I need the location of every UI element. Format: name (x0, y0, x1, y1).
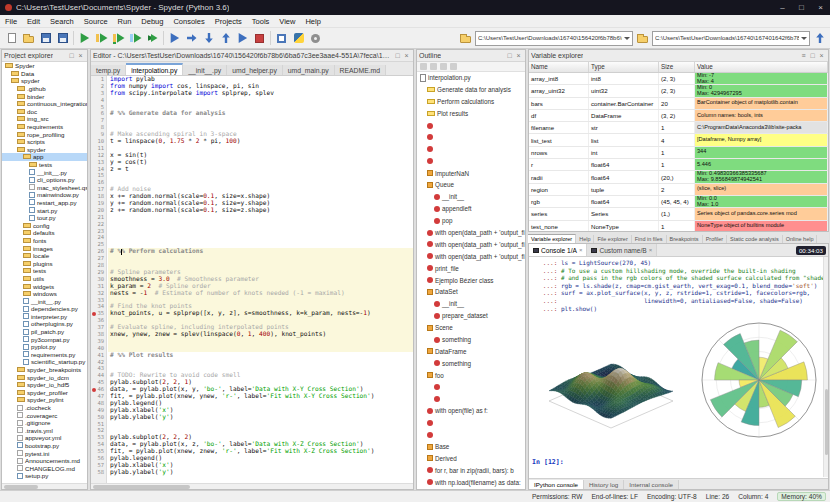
dock-tab-breakpoints[interactable]: Breakpoints (667, 235, 703, 243)
project-tree-item[interactable]: utils (2, 275, 87, 283)
variable-row[interactable]: radiifloat64(20,)Min: 0.4983036638533568… (529, 171, 828, 183)
project-tree-item[interactable]: spyder_pylint (2, 396, 87, 404)
line-number[interactable]: 46 (91, 386, 106, 393)
parent-dir-button[interactable] (812, 31, 827, 46)
line-number[interactable]: 6 (91, 110, 106, 117)
outline-item[interactable]: pop (417, 215, 525, 227)
line-number[interactable]: 40 (91, 345, 106, 352)
outline-item[interactable]: prepare_dataset (417, 310, 525, 322)
project-tree-item[interactable]: config (2, 221, 87, 229)
line-number[interactable]: 58 (91, 469, 106, 476)
project-tree-item[interactable]: .coveragerc (2, 411, 87, 419)
open-file-button[interactable] (20, 30, 37, 47)
line-number[interactable]: 50 (91, 414, 106, 421)
project-tree-item[interactable]: tests (2, 161, 87, 169)
pane-tab-history-log[interactable]: History log (584, 480, 624, 489)
line-number[interactable]: 25 (91, 241, 106, 248)
line-number[interactable]: 29 (91, 269, 106, 276)
outline-item[interactable]: DataSet (417, 286, 525, 298)
code-editor[interactable]: 1234567891011121314151617181920212223242… (91, 76, 413, 483)
stop-debugging-button[interactable] (251, 30, 268, 47)
close-pane-icon[interactable]: × (817, 50, 826, 62)
code-line[interactable] (108, 145, 413, 152)
minimize-button[interactable]: – (773, 0, 792, 15)
project-tree-item[interactable]: locale (2, 252, 87, 260)
project-tree-item[interactable]: py3compat.py (2, 335, 87, 343)
variable-row[interactable]: test_noneNoneType1NoneType object of bui… (529, 221, 828, 231)
step-over-button[interactable] (183, 30, 200, 47)
project-tree-item[interactable]: dependencies.py (2, 305, 87, 313)
undock-pane-icon[interactable]: □ (505, 50, 514, 62)
code-line[interactable] (108, 117, 413, 124)
outline-item[interactable] (417, 143, 525, 155)
line-number[interactable]: 23 (91, 228, 106, 235)
code-line[interactable] (108, 221, 413, 228)
line-number[interactable]: 36 (91, 317, 106, 324)
line-number[interactable]: 21 (91, 214, 106, 221)
column-header[interactable]: Name (529, 62, 589, 72)
browse-dir-button[interactable] (635, 31, 650, 46)
preferences-button[interactable] (307, 30, 324, 47)
column-header[interactable]: Type (589, 62, 659, 72)
project-tree-item[interactable]: restart_app.py (2, 199, 87, 207)
console-output[interactable]: ...: ls = LightSource(270, 45) ...: # To… (529, 257, 828, 478)
close-pane-icon[interactable]: × (402, 50, 411, 62)
project-tree-item[interactable]: mainwindow.py (2, 191, 87, 199)
line-number[interactable]: 13 (91, 159, 106, 166)
outline-item[interactable]: interpolation.py (417, 72, 525, 84)
menu-projects[interactable]: Projects (210, 15, 247, 28)
outline-item[interactable] (417, 393, 525, 405)
variable-row[interactable]: barscontainer.BarContainer20BarContainer… (529, 98, 828, 110)
outline-collapse-icon[interactable] (420, 63, 427, 70)
undock-pane-icon[interactable]: □ (393, 50, 402, 62)
project-tree-item[interactable]: windows (2, 290, 87, 298)
dock-tab-variable-explorer[interactable]: Variable explorer (528, 234, 576, 243)
line-number[interactable]: 31 (91, 283, 106, 290)
project-tree-item[interactable]: otherplugins.py (2, 320, 87, 328)
project-tree-item[interactable]: bootstrap.py (2, 442, 87, 450)
menu-source[interactable]: Source (79, 15, 113, 28)
code-line[interactable]: z = t (108, 166, 413, 173)
project-tree-item[interactable]: Data (2, 70, 87, 78)
dock-tab-find-in-files[interactable]: Find in files (632, 235, 667, 243)
code-line[interactable]: x = sin(t) (108, 152, 413, 159)
project-tree-item[interactable]: pyplot.py (2, 343, 87, 351)
project-tree-item[interactable]: .gitignore (2, 419, 87, 427)
working-directory-combo-2[interactable]: C:\Users\TestUser\Downloads\16740\167401… (652, 31, 810, 46)
line-number[interactable]: 32 (91, 290, 106, 297)
project-tree-item[interactable]: widgets (2, 282, 87, 290)
project-tree-item[interactable]: Spyder (2, 62, 87, 70)
variable-row[interactable]: array_int8int8(2, 3)Min: -7Max: 4 (529, 73, 828, 85)
editor-tab[interactable]: umd_helper.py (227, 65, 283, 75)
outline-item[interactable]: foo (417, 369, 525, 381)
code-line[interactable]: t = linspace(0, 1.75 * 2 * pi, 100) (108, 138, 413, 145)
variable-row[interactable]: dfDataFrame(3, 2)Column names: bools, in… (529, 110, 828, 122)
variable-row[interactable]: list_testlist4[Dataframe, Numpy array] (529, 134, 828, 146)
line-number[interactable]: 44 (91, 372, 106, 379)
project-tree-item[interactable]: fonts (2, 237, 87, 245)
line-number[interactable]: 17 (91, 186, 106, 193)
code-line[interactable] (108, 172, 413, 179)
outline-item[interactable]: print_file (417, 262, 525, 274)
column-header[interactable]: Value (695, 62, 828, 72)
code-line[interactable]: pylab.ylabel('y') (108, 414, 413, 421)
dock-tab-profiler[interactable]: Profiler (703, 235, 727, 243)
outline-item[interactable]: Base (417, 441, 525, 453)
line-number[interactable]: 28 (91, 262, 106, 269)
outline-item[interactable] (417, 155, 525, 167)
outline-item[interactable]: something (417, 334, 525, 346)
project-tree-item[interactable]: binder (2, 92, 87, 100)
line-number[interactable]: 43 (91, 365, 106, 372)
run-cell-button[interactable] (93, 30, 110, 47)
menu-tools[interactable]: Tools (247, 15, 275, 28)
line-number[interactable]: 35 (91, 310, 106, 317)
line-number[interactable]: 34 (91, 303, 106, 310)
console-tab[interactable]: Custom name/B× (587, 244, 657, 256)
line-number[interactable]: 22 (91, 221, 106, 228)
project-tree-item[interactable]: spyder (2, 77, 87, 85)
outline-item[interactable]: Generate data for analysis (417, 84, 525, 96)
outline-item[interactable]: DataFrame (417, 345, 525, 357)
variable-row[interactable]: rgbfloat64(45, 45, 4)Min: 0.0Max: 1.0 (529, 196, 828, 208)
code-line[interactable] (108, 97, 413, 104)
editor-tab[interactable]: umd_main.py (283, 65, 335, 75)
